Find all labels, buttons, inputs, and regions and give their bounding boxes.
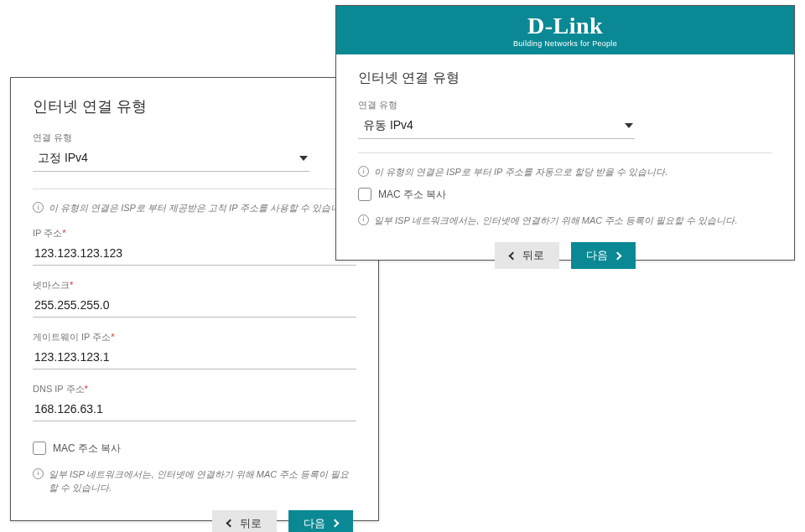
back-label: 뒤로 bbox=[522, 248, 544, 263]
gateway-input[interactable] bbox=[33, 347, 356, 369]
info-icon: i bbox=[33, 202, 44, 213]
mac-hint-text: 일부 ISP 네트워크에서는, 인터넷에 연결하기 위해 MAC 주소 등록이 … bbox=[49, 467, 356, 495]
brand-tagline: Building Networks for People bbox=[336, 39, 794, 48]
connection-type-hint: i 이 유형의 연결은 ISP로 부터 IP 주소를 자동으로 할당 받을 수 … bbox=[358, 165, 772, 179]
mac-copy-checkbox[interactable] bbox=[358, 188, 371, 201]
connection-type-label: 연결 유형 bbox=[358, 99, 772, 111]
mac-copy-label: MAC 주소 복사 bbox=[53, 442, 121, 456]
button-row: 뒤로 다음 bbox=[33, 510, 356, 533]
mac-hint: i 일부 ISP 네트워크에서는, 인터넷에 연결하기 위해 MAC 주소 등록… bbox=[358, 214, 772, 228]
info-icon: i bbox=[33, 468, 44, 479]
connection-type-select[interactable]: 고정 IPv4 bbox=[33, 147, 309, 172]
mac-copy-row: MAC 주소 복사 bbox=[33, 442, 356, 456]
back-label: 뒤로 bbox=[240, 516, 262, 531]
back-button[interactable]: 뒤로 bbox=[212, 510, 277, 533]
static-ipv4-panel: 인터넷 연결 유형 연결 유형 고정 IPv4 i 이 유형의 연결은 ISP로… bbox=[10, 77, 379, 521]
back-button[interactable]: 뒤로 bbox=[495, 242, 559, 269]
next-button[interactable]: 다음 bbox=[288, 510, 353, 533]
chevron-left-icon bbox=[226, 519, 235, 528]
divider bbox=[33, 189, 356, 189]
connection-type-value: 고정 IPv4 bbox=[38, 151, 88, 166]
chevron-left-icon bbox=[509, 251, 517, 260]
next-button[interactable]: 다음 bbox=[571, 242, 636, 269]
gateway-label: 게이트웨이 IP 주소* bbox=[33, 331, 356, 343]
chevron-right-icon bbox=[614, 251, 622, 260]
brand-logo: D-Link bbox=[336, 14, 794, 38]
chevron-right-icon bbox=[331, 519, 340, 528]
dynamic-ipv4-panel: D-Link Building Networks for People 인터넷 … bbox=[335, 5, 795, 261]
info-icon: i bbox=[358, 166, 369, 177]
connection-type-hint: i 이 유형의 연결은 ISP로 부터 제공받은 고적 IP 주소를 사용할 수… bbox=[33, 201, 356, 215]
mac-hint: i 일부 ISP 네트워크에서는, 인터넷에 연결하기 위해 MAC 주소 등록… bbox=[33, 467, 356, 495]
ip-input[interactable] bbox=[33, 243, 356, 266]
next-label: 다음 bbox=[586, 248, 608, 263]
mac-hint-text: 일부 ISP 네트워크에서는, 인터넷에 연결하기 위해 MAC 주소 등록이 … bbox=[374, 214, 738, 228]
ip-label: IP 주소* bbox=[33, 227, 356, 240]
connection-type-select[interactable]: 유동 IPv4 bbox=[358, 115, 635, 139]
section-title: 인터넷 연결 유형 bbox=[358, 70, 772, 87]
next-label: 다음 bbox=[304, 516, 325, 531]
connection-type-label: 연결 유형 bbox=[33, 132, 356, 144]
hint-text: 이 유형의 연결은 ISP로 부터 제공받은 고적 IP 주소를 사용할 수 있… bbox=[49, 201, 351, 215]
brand-bar: D-Link Building Networks for People bbox=[336, 6, 794, 54]
divider bbox=[358, 152, 772, 153]
netmask-label: 넷마스크* bbox=[33, 279, 356, 292]
connection-type-value: 유동 IPv4 bbox=[363, 118, 413, 133]
mac-copy-row: MAC 주소 복사 bbox=[358, 188, 772, 202]
section-title: 인터넷 연결 유형 bbox=[33, 96, 356, 116]
chevron-down-icon bbox=[299, 156, 308, 161]
mac-copy-checkbox[interactable] bbox=[33, 442, 46, 455]
chevron-down-icon bbox=[625, 123, 633, 128]
info-icon: i bbox=[358, 214, 369, 225]
hint-text: 이 유형의 연결은 ISP로 부터 IP 주소를 자동으로 할당 받을 수 있습… bbox=[374, 165, 667, 179]
dns-label: DNS IP 주소* bbox=[33, 383, 356, 395]
dns-input[interactable] bbox=[33, 399, 356, 421]
button-row: 뒤로 다음 bbox=[358, 242, 772, 269]
netmask-input[interactable] bbox=[33, 295, 356, 318]
mac-copy-label: MAC 주소 복사 bbox=[378, 188, 446, 202]
